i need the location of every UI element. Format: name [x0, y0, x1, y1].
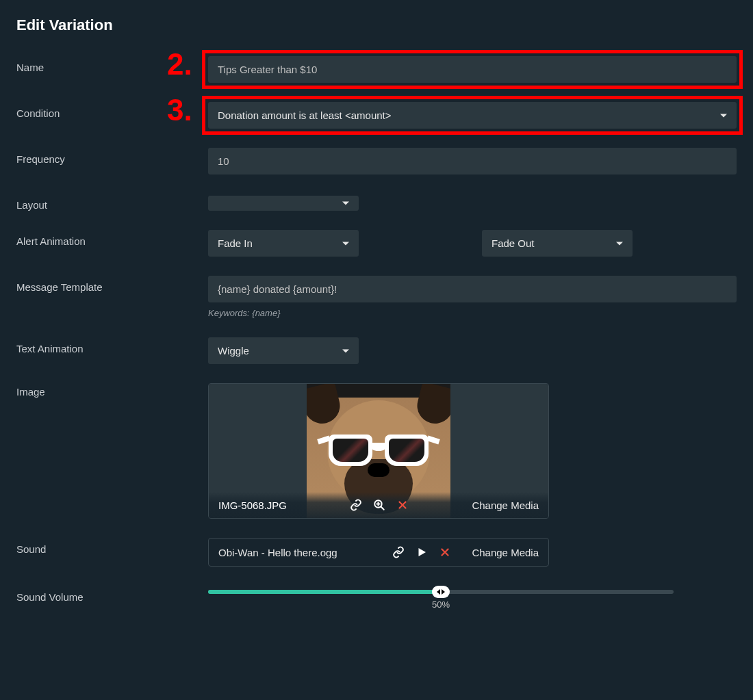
chevron-down-icon [342, 242, 349, 245]
label-layout: Layout [16, 194, 208, 211]
link-icon[interactable] [392, 546, 405, 558]
slider-thumb[interactable] [432, 586, 450, 598]
label-text-animation: Text Animation [16, 337, 208, 354]
row-condition: Condition 3. Donation amount is at least… [16, 102, 737, 129]
row-name: Name 2. [16, 56, 737, 83]
condition-select-value: Donation amount is at least <amount> [218, 109, 392, 121]
image-media-bar: IMG-5068.JPG Change Media [209, 492, 548, 518]
sound-volume-slider[interactable]: 50% [208, 586, 674, 594]
label-frequency: Frequency [16, 148, 208, 165]
row-text-animation: Text Animation Wiggle [16, 337, 737, 364]
annotation-step-2: 2. [167, 49, 192, 79]
remove-image-icon[interactable] [396, 499, 409, 511]
text-animation-select[interactable]: Wiggle [208, 337, 359, 364]
name-input[interactable] [208, 56, 737, 83]
chevron-down-icon [342, 349, 349, 352]
play-icon[interactable] [416, 546, 428, 558]
slider-track [208, 590, 674, 594]
row-message-template: Message Template Keywords: {name} [16, 276, 737, 318]
sound-filename: Obi-Wan - Hello there.ogg [218, 547, 337, 558]
highlight-name [202, 50, 743, 89]
row-sound: Sound Obi-Wan - Hello there.ogg Change M… [16, 538, 737, 567]
sound-volume-value: 50% [432, 599, 450, 610]
label-alert-animation: Alert Animation [16, 230, 208, 247]
annotation-step-3: 3. [167, 95, 192, 125]
remove-sound-icon[interactable] [439, 546, 451, 558]
zoom-in-icon[interactable] [373, 499, 385, 511]
chevron-down-icon [342, 202, 349, 205]
layout-select[interactable] [208, 196, 359, 211]
message-template-input[interactable] [208, 276, 737, 302]
link-icon[interactable] [350, 499, 362, 511]
label-image: Image [16, 383, 208, 398]
row-frequency: Frequency [16, 148, 737, 174]
text-animation-value: Wiggle [218, 345, 249, 357]
highlight-condition: Donation amount is at least <amount> [202, 96, 743, 135]
change-image-button[interactable]: Change Media [472, 500, 539, 511]
row-image: Image IMG-5068.JPG [16, 383, 737, 519]
svg-line-1 [381, 506, 384, 510]
frequency-input[interactable] [208, 148, 737, 174]
condition-select[interactable]: Donation amount is at least <amount> [208, 102, 737, 129]
label-message-template: Message Template [16, 276, 208, 293]
image-media-box: IMG-5068.JPG Change Media [208, 383, 549, 519]
sound-media-box: Obi-Wan - Hello there.ogg Change Media [208, 538, 549, 567]
row-alert-animation: Alert Animation Fade In Fade Out [16, 230, 737, 257]
chevron-down-icon [616, 242, 623, 245]
label-sound-volume: Sound Volume [16, 586, 208, 603]
chevron-down-icon [720, 114, 727, 117]
row-sound-volume: Sound Volume 50% [16, 586, 737, 603]
alert-animation-out-select[interactable]: Fade Out [482, 230, 633, 257]
row-layout: Layout [16, 194, 737, 211]
alert-animation-out-value: Fade Out [492, 237, 535, 249]
change-sound-button[interactable]: Change Media [472, 547, 539, 558]
page-title: Edit Variation [16, 16, 737, 34]
label-sound: Sound [16, 538, 208, 555]
image-filename: IMG-5068.JPG [218, 500, 287, 511]
slider-fill [208, 590, 441, 594]
message-template-hint: Keywords: {name} [208, 308, 737, 318]
alert-animation-in-select[interactable]: Fade In [208, 230, 359, 257]
alert-animation-in-value: Fade In [218, 237, 253, 249]
